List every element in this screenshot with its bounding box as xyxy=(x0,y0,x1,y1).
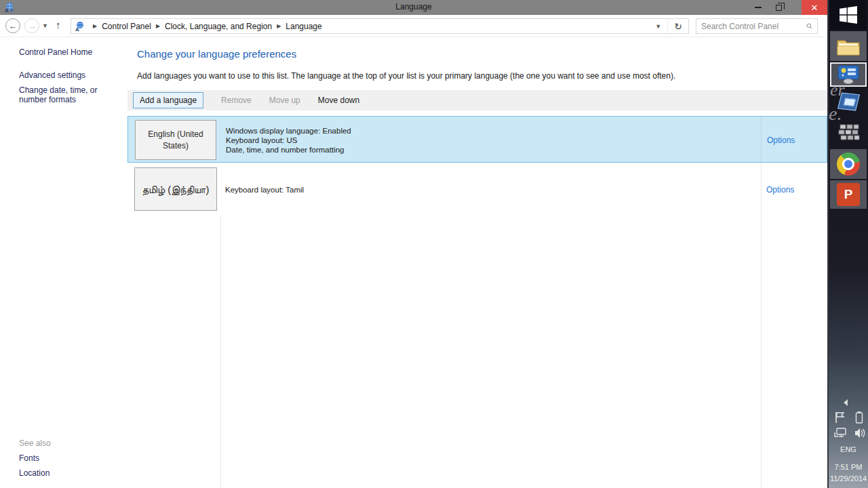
language-row-english[interactable]: English (United States) Windows display … xyxy=(127,116,827,163)
sidebar-item-fonts[interactable]: Fonts xyxy=(19,453,39,463)
detail-keyboard-layout: Keyboard layout: Tamil xyxy=(225,185,304,195)
sidebar-item-location[interactable]: Location xyxy=(19,468,50,478)
options-link-tamil[interactable]: Options xyxy=(766,185,794,195)
language-details-english: Windows display language: Enabled Keyboa… xyxy=(226,126,351,155)
show-hidden-icons-button[interactable] xyxy=(844,399,848,406)
folder-icon xyxy=(836,36,861,56)
start-button[interactable] xyxy=(830,0,867,30)
forward-arrow-icon: → xyxy=(28,21,37,31)
language-tile-english[interactable]: English (United States) xyxy=(135,120,216,160)
action-center-flag-icon[interactable] xyxy=(834,411,848,424)
breadcrumb-separator-icon: ▶ xyxy=(151,23,165,29)
chevron-down-icon: ▼ xyxy=(655,23,661,30)
options-link-english[interactable]: Options xyxy=(767,136,795,145)
up-button[interactable]: ↑ xyxy=(56,19,61,30)
network-icon[interactable] xyxy=(833,427,847,439)
minimize-button[interactable] xyxy=(748,0,768,15)
command-bar: Add a language Remove Move up Move down xyxy=(127,90,827,110)
control-panel-button[interactable] xyxy=(830,62,867,87)
breadcrumb-item-control-panel[interactable]: Control Panel xyxy=(102,22,151,31)
breadcrumb: A ▶ Control Panel ▶ Clock, Language, and… xyxy=(71,18,689,34)
see-also-heading: See also xyxy=(19,439,51,448)
up-arrow-icon: ↑ xyxy=(56,19,61,30)
clock-time[interactable]: 7:51 PM xyxy=(829,463,868,471)
breadcrumb-item-language[interactable]: Language xyxy=(285,22,321,31)
breadcrumb-item-clock-language-region[interactable]: Clock, Language, and Region xyxy=(165,22,272,31)
move-down-button[interactable]: Move down xyxy=(318,96,359,105)
minimize-icon xyxy=(755,7,762,8)
powerpoint-button[interactable]: P xyxy=(830,180,867,209)
taskbar: er e. P xyxy=(829,0,868,488)
detail-date-time-format: Date, time, and number formatting xyxy=(226,145,351,155)
speaker-icon[interactable] xyxy=(854,427,866,439)
address-bar: ← → ▼ ↑ A ▶ Control Panel ▶ Clock, Langu… xyxy=(0,15,827,37)
restore-button[interactable] xyxy=(768,0,789,15)
close-icon: ✕ xyxy=(811,3,818,12)
battery-icon[interactable] xyxy=(854,411,864,424)
sidebar-item-control-panel-home[interactable]: Control Panel Home xyxy=(19,47,92,57)
move-up-button: Move up xyxy=(269,96,300,105)
page-description: Add languages you want to use to this li… xyxy=(137,71,675,81)
glass-app-desktop-icon[interactable] xyxy=(837,93,860,111)
page-title: Change your language preferences xyxy=(137,48,296,60)
sidebar-item-advanced-settings[interactable]: Advanced settings xyxy=(19,70,85,80)
clock-date[interactable]: 11/29/2014 xyxy=(829,474,868,483)
chevron-down-icon: ▼ xyxy=(42,22,48,29)
detail-display-language: Windows display language: Enabled xyxy=(226,126,351,136)
language-tile-tamil[interactable]: தமிழ் (இந்தியா) xyxy=(134,167,217,211)
breadcrumb-separator-icon: ▶ xyxy=(88,23,102,29)
restore-icon xyxy=(776,5,782,11)
back-arrow-icon: ← xyxy=(9,21,18,31)
refresh-icon: ↻ xyxy=(674,21,682,32)
powerpoint-icon: P xyxy=(837,183,860,206)
control-panel-icon xyxy=(837,65,860,84)
sidebar-item-change-formats[interactable]: Change date, time, or number formats xyxy=(19,85,122,104)
add-a-language-button[interactable]: Add a language xyxy=(133,92,203,108)
detail-keyboard-layout: Keyboard layout: US xyxy=(226,136,351,145)
recent-pages-dropdown[interactable]: ▼ xyxy=(42,22,48,29)
search-icon[interactable] xyxy=(806,22,812,30)
svg-text:A: A xyxy=(75,26,79,32)
windows-logo-icon xyxy=(840,6,857,24)
titlebar[interactable]: A Language ✕ xyxy=(0,0,827,15)
list-column-divider xyxy=(761,116,762,488)
language-breadcrumb-icon: A xyxy=(75,21,85,32)
chrome-button[interactable] xyxy=(830,149,867,179)
language-row-tamil[interactable]: தமிழ் (இந்தியா) Keyboard layout: Tamil O… xyxy=(127,166,827,212)
input-language-indicator[interactable]: ENG xyxy=(829,445,868,453)
window-title: Language xyxy=(0,2,827,12)
file-explorer-button[interactable] xyxy=(830,31,867,61)
search-box xyxy=(696,18,818,34)
bricks-app-desktop-icon[interactable] xyxy=(838,123,860,142)
close-button[interactable]: ✕ xyxy=(802,0,827,15)
refresh-button[interactable]: ↻ xyxy=(668,21,688,32)
remove-button: Remove xyxy=(221,96,252,105)
language-control-panel-window: A Language ✕ ← → ▼ ↑ A ▶ Control Panel ▶… xyxy=(0,0,829,488)
list-column-divider xyxy=(220,216,221,488)
search-input[interactable] xyxy=(696,22,806,31)
chrome-icon xyxy=(837,152,860,176)
language-details-tamil: Keyboard layout: Tamil xyxy=(225,185,304,195)
address-dropdown-button[interactable]: ▼ xyxy=(649,19,668,33)
breadcrumb-separator-icon: ▶ xyxy=(272,23,285,29)
forward-button[interactable]: → xyxy=(24,18,39,33)
back-button[interactable]: ← xyxy=(5,18,20,33)
